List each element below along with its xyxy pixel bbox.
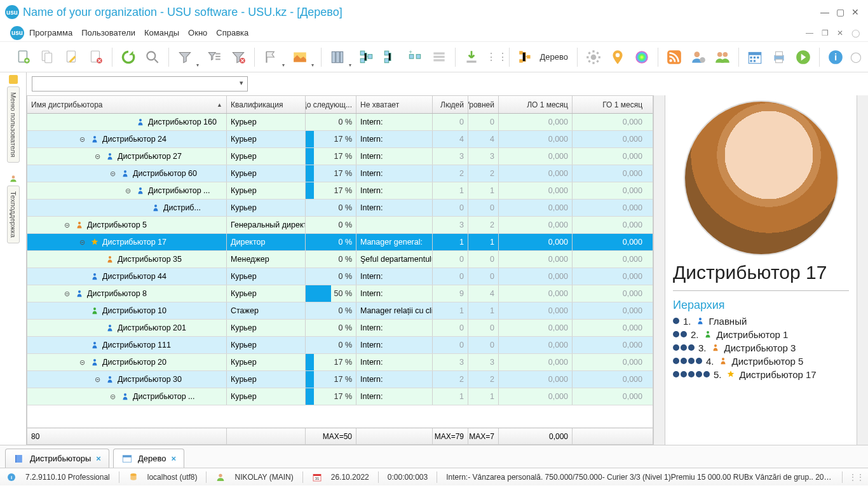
expand-toggle-icon[interactable]: ⊝ — [92, 152, 102, 161]
edit-doc-icon[interactable] — [61, 46, 83, 68]
col-header-next[interactable]: До следующ... — [306, 96, 356, 113]
tree-view-icon[interactable] — [515, 46, 536, 68]
cell-lo: 0,000 — [499, 234, 573, 250]
user-gear-icon[interactable] — [688, 46, 709, 68]
tree-add-icon[interactable]: + — [404, 46, 426, 68]
expand-toggle-icon[interactable]: ⊝ — [62, 290, 72, 298]
filter-combo[interactable] — [32, 76, 248, 92]
cell-go: 0,000 — [573, 148, 646, 165]
delete-doc-icon[interactable] — [85, 46, 107, 68]
doc-restore-button[interactable]: ❐ — [817, 29, 832, 37]
help-circle-icon[interactable]: ◯ — [849, 46, 863, 68]
table-row[interactable]: ⊝Дистрибьютор ...Курьер17 %Intern:110,00… — [27, 182, 653, 200]
list-icon[interactable] — [428, 46, 450, 68]
table-row[interactable]: ⊝Дистрибьютор 24Курьер17 %Intern:440,000… — [27, 131, 653, 148]
side-tab-user-menu[interactable]: Меню пользователя — [7, 86, 20, 163]
more-icon[interactable]: ⋮⋮ — [491, 46, 504, 68]
col-header-levels[interactable]: Уровней — [468, 96, 499, 113]
table-row[interactable]: ⊝Дистрибьютор 17Директор0 %Manager gener… — [27, 234, 653, 251]
table-row[interactable]: Дистрибьютор 201Курьер0 %Intern:000,0000… — [27, 320, 653, 337]
col-header-name[interactable]: Имя дистрибьютора▲ — [27, 96, 227, 113]
doc-close-button[interactable]: ✕ — [832, 29, 848, 37]
tree-expand-icon[interactable] — [356, 46, 377, 68]
hierarchy-row[interactable]: 5.Дистрибьютор 17 — [673, 369, 849, 380]
menu-item-пользователи[interactable]: Пользователи — [81, 28, 135, 37]
cell-people: 3 — [433, 217, 468, 233]
location-icon[interactable] — [607, 46, 628, 68]
hierarchy-row[interactable]: 4.Дистрибьютор 5 — [673, 356, 849, 367]
table-row[interactable]: ⊝Дистрибьютор 5Генеральный директор0 %32… — [27, 217, 653, 234]
download-icon[interactable] — [461, 46, 482, 68]
minimize-button[interactable]: — — [817, 7, 832, 17]
menu-item-справка[interactable]: Справка — [216, 28, 248, 37]
menu-item-программа[interactable]: Программа — [29, 28, 72, 37]
col-header-lo[interactable]: ЛО 1 месяц — [499, 96, 573, 113]
cell-lo: 0,000 — [499, 131, 573, 147]
help-round-icon[interactable]: ◯ — [848, 29, 863, 37]
expand-toggle-icon[interactable]: ⊝ — [92, 376, 102, 384]
refresh-icon[interactable] — [118, 46, 139, 68]
columns-icon[interactable] — [327, 46, 348, 68]
color-icon[interactable] — [631, 46, 653, 68]
filter-clear-icon[interactable] — [227, 46, 249, 68]
hierarchy-row[interactable]: 2.Дистрибьютор 1 — [673, 329, 849, 340]
go-icon[interactable] — [792, 46, 814, 68]
tab-tree[interactable]: Дерево × — [113, 449, 184, 468]
tab-tree-close-icon[interactable]: × — [171, 454, 176, 463]
tree-collapse-icon[interactable] — [380, 46, 402, 68]
col-header-qual[interactable]: Квалификация — [227, 96, 306, 113]
expand-toggle-icon[interactable]: ⊝ — [77, 135, 87, 144]
users-icon[interactable] — [712, 46, 733, 68]
table-row[interactable]: Дистрибьютор 111Курьер0 %Intern:000,0000… — [27, 337, 653, 354]
info-icon[interactable]: i — [825, 46, 846, 68]
close-button[interactable]: ✕ — [848, 7, 863, 17]
tab-distributors[interactable]: Дистрибьюторы × — [5, 449, 109, 468]
rss-icon[interactable] — [663, 46, 685, 68]
table-row[interactable]: Дистрибьютор 10Стажер0 %Manager relații … — [27, 302, 653, 320]
filter-icon[interactable] — [174, 46, 196, 68]
tab-distributors-close-icon[interactable]: × — [96, 454, 101, 463]
hierarchy-row[interactable]: 1.Главный — [673, 316, 849, 327]
table-row[interactable]: Дистрибьютор 44Курьер0 %Intern:000,0000,… — [27, 268, 653, 285]
expand-toggle-icon[interactable]: ⊝ — [62, 221, 72, 229]
svg-point-71 — [706, 331, 709, 334]
person-icon — [105, 254, 115, 264]
filter-list-icon[interactable] — [203, 46, 225, 68]
expand-toggle-icon[interactable]: ⊝ — [77, 238, 87, 247]
gear-icon[interactable] — [583, 46, 604, 68]
expand-toggle-icon[interactable]: ⊝ — [123, 187, 133, 195]
menu-item-окно[interactable]: Окно — [188, 28, 207, 37]
calendar-icon[interactable] — [744, 46, 766, 68]
doc-minimize-button[interactable]: — — [802, 29, 817, 37]
search-icon[interactable] — [142, 46, 163, 68]
table-row[interactable]: Дистриб...Курьер0 %Intern:000,0000,000 — [27, 200, 653, 217]
cell-name: Дистрибьютор 160 — [27, 114, 227, 130]
flag-icon[interactable] — [260, 46, 281, 68]
expand-toggle-icon[interactable]: ⊝ — [77, 358, 87, 367]
image-icon[interactable] — [289, 46, 311, 68]
expand-toggle-icon[interactable]: ⊝ — [107, 393, 118, 401]
side-tab-support[interactable]: Техподдержка — [7, 186, 20, 243]
col-header-people[interactable]: Людей — [433, 96, 468, 113]
grid-vertical-scrollbar[interactable] — [653, 95, 665, 445]
table-row[interactable]: ⊝Дистрибьютор 60Курьер17 %Intern:220,000… — [27, 165, 653, 182]
table-row[interactable]: ⊝Дистрибьютор 8Курьер50 %Intern:940,0000… — [27, 285, 653, 302]
maximize-button[interactable]: ▢ — [832, 7, 848, 17]
detail-vertical-scrollbar[interactable] — [857, 95, 868, 445]
table-row[interactable]: Дистрибьютор 35Менеджер0 %Şeful departam… — [27, 251, 653, 268]
status-grip-icon[interactable]: ⋮⋮ — [851, 472, 862, 482]
table-row[interactable]: ⊝Дистрибьютор 27Курьер17 %Intern:330,000… — [27, 148, 653, 165]
col-header-go[interactable]: ГО 1 месяц — [573, 96, 646, 113]
menu-item-команды[interactable]: Команды — [144, 28, 179, 37]
new-doc-icon[interactable] — [13, 46, 34, 68]
col-header-miss[interactable]: Не хватает — [356, 96, 433, 113]
table-row[interactable]: ⊝Дистрибьютор 20Курьер17 %Intern:330,000… — [27, 354, 653, 371]
print-icon[interactable] — [768, 46, 790, 68]
copy-doc-icon[interactable] — [37, 46, 58, 68]
table-row[interactable]: Дистрибьютор 160Курьер0 %Intern:000,0000… — [27, 114, 653, 131]
person-icon — [90, 357, 100, 367]
table-row[interactable]: ⊝Дистрибьютор ...Курьер17 %Intern:110,00… — [27, 388, 653, 405]
hierarchy-row[interactable]: 3.Дистрибьютор 3 — [673, 342, 849, 353]
table-row[interactable]: ⊝Дистрибьютор 30Курьер17 %Intern:220,000… — [27, 371, 653, 388]
expand-toggle-icon[interactable]: ⊝ — [107, 170, 118, 178]
